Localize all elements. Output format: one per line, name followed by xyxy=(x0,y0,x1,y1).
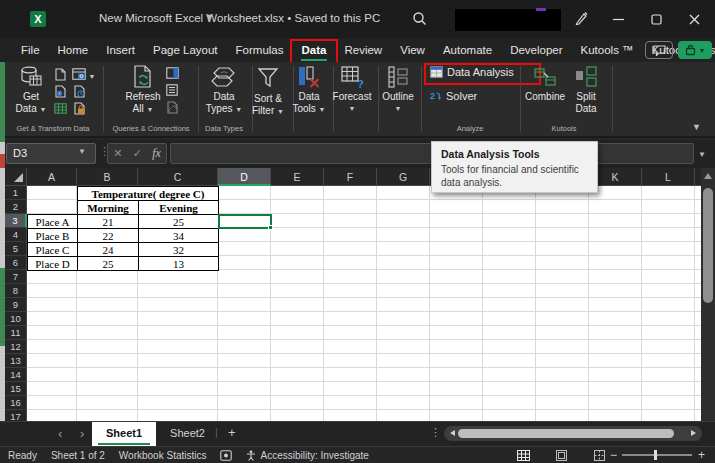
row-header-8[interactable]: 8 xyxy=(5,284,27,298)
zoom-slider-track[interactable] xyxy=(622,454,692,456)
cell-b3[interactable]: 21 xyxy=(77,214,139,229)
active-cell-selection-d3[interactable] xyxy=(218,214,272,229)
data-tools-button[interactable]: Data Tools ▼ xyxy=(288,65,330,115)
row-header-9[interactable]: 9 xyxy=(5,298,27,312)
zoom-in-button[interactable]: + xyxy=(698,448,705,462)
next-sheet-arrow[interactable]: › xyxy=(80,426,84,441)
from-picture-chevron-icon[interactable]: ▼ xyxy=(88,69,96,83)
zoom-out-button[interactable]: − xyxy=(610,448,617,462)
from-text-csv-icon[interactable] xyxy=(52,67,68,81)
column-header-g[interactable]: G xyxy=(377,168,430,186)
workbook-statistics-button[interactable]: Workbook Statistics xyxy=(119,450,207,461)
row-header-6[interactable]: 6 xyxy=(5,256,27,270)
sheet-tab-sheet1[interactable]: Sheet1 xyxy=(92,422,156,446)
expand-formula-bar-chevron-icon[interactable]: ▼ xyxy=(698,150,706,159)
cancel-entry-icon[interactable]: ✕ xyxy=(113,147,122,160)
outline-button[interactable]: Outline ▼ xyxy=(376,65,420,114)
row-header-14[interactable]: 14 xyxy=(5,368,27,382)
get-data-button[interactable]: Get Data ▼ xyxy=(10,65,52,115)
share-button[interactable]: ▼ xyxy=(678,41,712,59)
ribbon-tab-file[interactable]: File xyxy=(12,38,49,62)
cell-b6[interactable]: 25 xyxy=(77,256,139,271)
horizontal-scrollbar[interactable] xyxy=(444,426,702,441)
name-box-chevron-icon[interactable]: ▼ xyxy=(78,147,86,156)
normal-view-button[interactable] xyxy=(512,449,534,462)
column-header-b[interactable]: B xyxy=(77,168,138,186)
properties-icon[interactable] xyxy=(164,83,180,97)
inking-pen-icon[interactable] xyxy=(574,11,589,26)
cell-a5[interactable]: Place C xyxy=(27,242,78,257)
ribbon-tab-automate[interactable]: Automate xyxy=(434,38,501,62)
column-header-c[interactable]: C xyxy=(138,168,218,186)
split-data-button[interactable]: Split Data xyxy=(566,65,606,114)
ribbon-tab-data[interactable]: Data xyxy=(293,38,336,62)
data-types-button[interactable]: Data Types ▼ xyxy=(200,65,248,115)
column-header-a[interactable]: A xyxy=(27,168,77,186)
fill-handle[interactable] xyxy=(268,225,273,230)
row-header-13[interactable]: 13 xyxy=(5,354,27,368)
row-header-15[interactable]: 15 xyxy=(5,382,27,396)
column-header-d[interactable]: D xyxy=(218,168,271,186)
cell-c2[interactable]: Evening xyxy=(138,200,219,215)
column-header-l[interactable]: L xyxy=(642,168,695,186)
save-status-chevron-icon[interactable]: ▼ xyxy=(205,12,214,22)
worksheet-grid[interactable]: Temperature( degree C) Morning Evening P… xyxy=(27,186,701,421)
row-header-5[interactable]: 5 xyxy=(5,242,27,256)
ribbon-tab-page-layout[interactable]: Page Layout xyxy=(144,38,227,62)
queries-connections-icon[interactable] xyxy=(164,66,180,80)
cell-a4[interactable]: Place B xyxy=(27,228,78,243)
recent-sources-icon[interactable]: i xyxy=(52,84,68,98)
row-header-4[interactable]: 4 xyxy=(5,228,27,242)
cell-c4[interactable]: 34 xyxy=(138,228,219,243)
page-break-preview-button[interactable] xyxy=(588,449,610,462)
confirm-entry-icon[interactable]: ✓ xyxy=(133,147,142,160)
page-layout-view-button[interactable] xyxy=(550,449,572,462)
existing-connections-icon[interactable] xyxy=(71,84,87,98)
minimize-button[interactable] xyxy=(604,8,632,30)
data-analysis-button[interactable]: Data Analysis xyxy=(430,66,514,78)
scroll-right-arrow-icon[interactable] xyxy=(691,430,696,436)
previous-sheet-arrow[interactable]: ‹ xyxy=(58,426,62,441)
select-all-corner[interactable] xyxy=(5,168,27,186)
row-header-1[interactable]: 1 xyxy=(5,186,27,200)
cell-a3[interactable]: Place A xyxy=(27,214,78,229)
cell-a6[interactable]: Place D xyxy=(27,256,78,271)
row-header-10[interactable]: 10 xyxy=(5,312,27,326)
scroll-up-arrow-icon[interactable] xyxy=(704,173,712,179)
ribbon-tab-kutools[interactable]: Kutools ™ xyxy=(572,38,643,62)
insert-function-icon[interactable]: fx xyxy=(152,146,161,161)
row-header-2[interactable]: 2 xyxy=(5,200,27,214)
macro-recording-icon[interactable] xyxy=(220,450,232,461)
save-status[interactable]: Saved to this PC xyxy=(295,12,381,24)
row-header-16[interactable]: 16 xyxy=(5,396,27,410)
vertical-scrollbar-thumb[interactable] xyxy=(703,188,713,303)
cell-b5[interactable]: 24 xyxy=(77,242,139,257)
scroll-left-arrow-icon[interactable] xyxy=(450,430,455,436)
add-sheet-button[interactable]: + xyxy=(228,425,236,440)
sheet-tab-sheet2[interactable]: Sheet2 xyxy=(156,422,219,446)
search-icon[interactable] xyxy=(412,11,427,26)
ribbon-tab-review[interactable]: Review xyxy=(335,38,391,62)
refresh-all-button[interactable]: Refresh All ▼ xyxy=(120,65,166,115)
ribbon-tab-home[interactable]: Home xyxy=(49,38,98,62)
row-header-7[interactable]: 7 xyxy=(5,270,27,284)
ribbon-tab-developer[interactable]: Developer xyxy=(501,38,571,62)
maximize-button[interactable] xyxy=(642,8,670,30)
ribbon-tab-view[interactable]: View xyxy=(391,38,434,62)
row-header-3[interactable]: 3 xyxy=(5,214,27,228)
edit-links-icon[interactable] xyxy=(164,100,180,114)
cell-b2[interactable]: Morning xyxy=(77,200,139,215)
collapse-ribbon-chevron-icon[interactable]: ▼ xyxy=(692,122,701,132)
launch-power-query-icon[interactable] xyxy=(71,101,87,115)
from-table-range-icon[interactable] xyxy=(52,101,68,115)
cell-b1-merged-title[interactable]: Temperature( degree C) xyxy=(77,186,219,201)
vertical-scrollbar[interactable] xyxy=(701,168,715,421)
forecast-button[interactable]: ? Forecast ▼ xyxy=(330,65,374,114)
horizontal-scrollbar-thumb[interactable] xyxy=(458,429,674,438)
row-header-11[interactable]: 11 xyxy=(5,326,27,340)
zoom-slider-handle[interactable] xyxy=(654,450,657,460)
ribbon-tab-formulas[interactable]: Formulas xyxy=(227,38,293,62)
sheetbar-more-dots[interactable]: ⋮ xyxy=(430,426,441,439)
close-button[interactable] xyxy=(680,8,708,30)
cell-c6[interactable]: 13 xyxy=(138,256,219,271)
